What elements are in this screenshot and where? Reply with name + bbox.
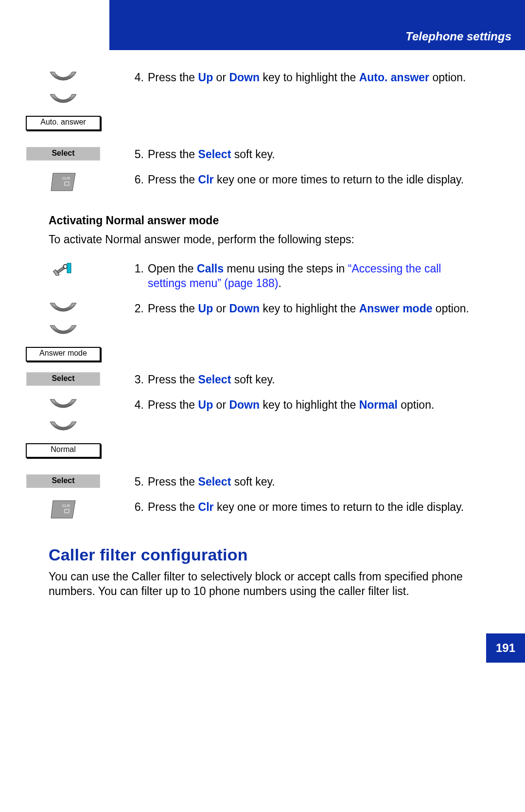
select-softkey: Select: [26, 147, 100, 161]
svg-rect-5: [67, 263, 71, 273]
option-box-auto-answer: Auto. answer: [26, 116, 101, 130]
intro-paragraph: To activate Normal answer mode, perform …: [49, 232, 481, 247]
select-softkey: Select: [26, 372, 100, 386]
option-box-normal: Normal: [26, 443, 101, 458]
step-text: Press the Select soft key.: [148, 474, 525, 489]
step-number: 3.: [126, 372, 148, 387]
step-text: Press the Clr key one or more times to r…: [148, 500, 525, 514]
step-number: 5.: [126, 474, 148, 489]
step-text: Open the Calls menu using the steps in “…: [148, 261, 525, 290]
step-number: 1.: [126, 261, 148, 276]
step-text: Press the Select soft key.: [148, 147, 525, 162]
up-down-key-icon: [48, 301, 79, 342]
step-number: 4.: [126, 70, 148, 85]
step-number: 5.: [126, 147, 148, 162]
up-down-key-icon: [48, 397, 79, 438]
step-number: 6.: [126, 172, 148, 187]
page-number: 191: [486, 633, 525, 663]
step-text: Press the Up or Down key to highlight th…: [148, 397, 525, 412]
settings-tool-icon: [52, 261, 74, 276]
clr-key-icon: CLR: [50, 500, 76, 519]
option-box-answer-mode: Answer mode: [26, 347, 101, 361]
step-number: 6.: [126, 500, 148, 514]
step-number: 4.: [126, 397, 148, 412]
up-down-key-icon: [48, 70, 79, 111]
clr-key-icon: CLR: [50, 172, 76, 192]
step-text: Press the Up or Down key to highlight th…: [148, 301, 525, 316]
section-body: You can use the Caller filter to selecti…: [49, 569, 481, 598]
svg-text:CLR: CLR: [62, 176, 70, 180]
step-text: Press the Up or Down key to highlight th…: [148, 70, 525, 85]
section-title-caller-filter: Caller filter configuration: [49, 545, 525, 564]
svg-text:CLR: CLR: [62, 504, 70, 508]
subheading-normal-answer: Activating Normal answer mode: [49, 214, 525, 227]
step-text: Press the Select soft key.: [148, 372, 525, 387]
step-number: 2.: [126, 301, 148, 316]
step-text: Press the Clr key one or more times to r…: [148, 172, 525, 187]
select-softkey: Select: [26, 474, 100, 488]
